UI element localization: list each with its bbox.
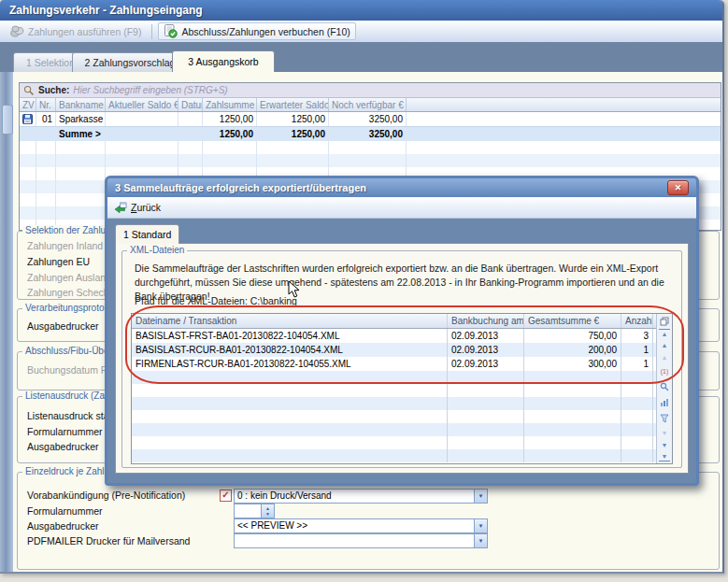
dialog-title: 3 Sammelaufträge erfolgreich exportiert/… bbox=[115, 182, 366, 193]
xml-dateien-title: XML-Dateien bbox=[127, 245, 187, 255]
col-aktueller-saldo[interactable]: Aktueller Saldo € bbox=[106, 98, 178, 111]
copy-icon[interactable] bbox=[659, 316, 670, 326]
chart-icon[interactable] bbox=[659, 397, 670, 407]
tab-strip: 1 Selektion 2 Zahlungsvorschlag 3 Ausgan… bbox=[0, 42, 722, 72]
cell-file: BASISLAST-FRST-BA01-20130822-104054.XML bbox=[132, 329, 448, 343]
cell-nr: 01 bbox=[36, 112, 56, 126]
dialog-titlebar: 3 Sammelaufträge erfolgreich exportiert/… bbox=[107, 178, 696, 197]
empty-row bbox=[20, 141, 721, 154]
record-indicator: (1) bbox=[659, 366, 670, 376]
col-zahlsumme[interactable]: Zahlsumme € bbox=[203, 98, 257, 111]
col-datum[interactable]: Datum bbox=[178, 98, 203, 111]
tab-zahlungsvorschlag[interactable]: 2 Zahlungsvorschlag bbox=[72, 52, 188, 72]
search-placeholder: Hier Suchbegriff eingeben (STRG+S) bbox=[73, 85, 227, 95]
bank-table-header[interactable]: ZV Nr. Bankname Aktueller Saldo € Datum … bbox=[20, 98, 721, 112]
cell-total: 200,00 bbox=[524, 343, 621, 357]
col-bankname[interactable]: Bankname bbox=[56, 98, 106, 111]
dialog-toolbar: Zurück bbox=[107, 197, 696, 219]
file-row[interactable]: FIRMENLAST-RCUR-BA01-20130822-104055.XML… bbox=[132, 357, 672, 371]
col-zv[interactable]: ZV bbox=[20, 98, 36, 111]
cell-count: 1 bbox=[621, 343, 653, 357]
col-anzahl[interactable]: Anzahl bbox=[621, 314, 653, 328]
scrollbar-thumb[interactable] bbox=[2, 105, 13, 135]
empty-row bbox=[132, 397, 672, 410]
dialog-content-panel: XML-Dateien Die Sammelaufträge der Lasts… bbox=[115, 243, 689, 474]
filter-icon[interactable] bbox=[659, 413, 670, 423]
table-side-toolbar: ▲ ▲ ▲ (1) bbox=[656, 314, 672, 463]
prenotify-dropdown[interactable]: 0 : kein Druck/Versand ▼ bbox=[234, 489, 488, 504]
chevron-down-icon[interactable]: ▼ bbox=[474, 490, 487, 503]
close-icon[interactable]: ✕ bbox=[667, 180, 689, 195]
cell-count: 1 bbox=[621, 357, 653, 371]
post-payments-button[interactable]: Abschluss/Zahlungen verbuchen (F10) bbox=[158, 22, 355, 40]
group-einzeldruck: Einzeldruck je Zahlung Vorabankündigung … bbox=[17, 472, 720, 570]
cell-total: 750,00 bbox=[524, 329, 621, 343]
cell-bankname: Sparkasse bbox=[56, 112, 106, 126]
search-bar[interactable]: Suche: Hier Suchbegriff eingeben (STRG+S… bbox=[20, 83, 721, 98]
save-icon bbox=[20, 112, 36, 126]
search-icon[interactable] bbox=[659, 381, 670, 391]
spinner-arrows-icon[interactable]: ▲▼ bbox=[261, 504, 274, 518]
scroll-up-icon[interactable]: ▲ bbox=[659, 340, 670, 350]
cell-booked: 02.09.2013 bbox=[448, 357, 524, 371]
app-window: Zahlungsverkehr - Zahlungseingang Zahlun… bbox=[0, 0, 724, 574]
post-payments-label: Abschluss/Zahlungen verbuchen (F10) bbox=[181, 26, 350, 37]
page-down-icon[interactable]: ▼ bbox=[659, 428, 670, 438]
col-dateiname[interactable]: Dateiname / Transaktion bbox=[132, 314, 448, 328]
scroll-down-icon[interactable]: ▼ bbox=[659, 440, 670, 450]
pdfmailer-dropdown[interactable]: ▼ bbox=[234, 533, 488, 548]
ausgabedrucker-dropdown[interactable]: << PREVIEW >> ▼ bbox=[234, 518, 488, 533]
field-zahlungen-schecks: Zahlungen Schecke bbox=[27, 287, 114, 298]
cell-summe-noch-verfuegbar: 3250,00 bbox=[329, 127, 407, 141]
prenotify-checkbox[interactable]: ✓ bbox=[220, 490, 232, 502]
tab-ausgangskorb[interactable]: 3 Ausgangskorb bbox=[172, 50, 275, 72]
empty-row bbox=[132, 384, 672, 397]
col-nr[interactable]: Nr. bbox=[36, 98, 56, 111]
page-up-icon[interactable]: ▲ bbox=[659, 352, 670, 362]
chevron-down-icon[interactable]: ▼ bbox=[474, 519, 487, 532]
cell-zahlsumme: 1250,00 bbox=[203, 112, 257, 126]
bank-row-sparkasse[interactable]: 01 Sparkasse 1250,00 1250,00 3250,00 bbox=[20, 112, 721, 126]
search-label: Suche: bbox=[38, 85, 69, 95]
export-dialog: 3 Sammelaufträge erfolgreich exportiert/… bbox=[105, 176, 699, 486]
check-document-icon bbox=[164, 24, 178, 38]
content-area: Suche: Hier Suchbegriff eingeben (STRG+S… bbox=[0, 72, 722, 572]
bank-summary-row: Summe > 1250,00 1250,00 3250,00 bbox=[20, 126, 721, 141]
field-formularnummer-liste: Formularnummer bbox=[27, 426, 103, 437]
money-icon bbox=[10, 25, 24, 37]
cell-booked: 02.09.2013 bbox=[448, 343, 524, 357]
back-button[interactable]: Zurück bbox=[114, 202, 161, 214]
scroll-bottom-icon[interactable]: ▼ bbox=[659, 452, 670, 461]
execute-payments-button[interactable]: Zahlungen ausführen (F9) bbox=[6, 24, 146, 38]
tab-standard[interactable]: 1 Standard bbox=[115, 224, 179, 244]
cell-summe-label: Summe > bbox=[56, 127, 106, 141]
empty-row bbox=[132, 449, 672, 462]
file-row[interactable]: BASISLAST-FRST-BA01-20130822-104054.XML … bbox=[132, 329, 672, 343]
ausgabedrucker-value: << PREVIEW >> bbox=[235, 519, 474, 532]
chevron-down-icon[interactable]: ▼ bbox=[474, 534, 487, 547]
xml-dateien-group: XML-Dateien Die Sammelaufträge der Lasts… bbox=[121, 250, 682, 468]
cell-count: 3 bbox=[621, 329, 653, 343]
window-title: Zahlungsverkehr - Zahlungseingang bbox=[9, 4, 203, 17]
back-icon bbox=[114, 202, 127, 214]
left-scrollbar[interactable] bbox=[0, 72, 13, 572]
col-noch-verfuegbar[interactable]: Noch verfügbar € bbox=[329, 98, 407, 111]
cell-booked: 02.09.2013 bbox=[448, 329, 524, 343]
empty-row bbox=[132, 423, 672, 436]
cell-noch-verfuegbar: 3250,00 bbox=[329, 112, 407, 126]
cell-summe-erwarteter-saldo: 1250,00 bbox=[257, 127, 329, 141]
cell-file: FIRMENLAST-RCUR-BA01-20130822-104055.XML bbox=[132, 357, 448, 371]
file-row[interactable]: BASISLAST-RCUR-BA01-20130822-104054.XML … bbox=[132, 343, 672, 357]
col-erwarteter-saldo[interactable]: Erwarteter Saldo € bbox=[257, 98, 329, 111]
toolbar-separator bbox=[151, 24, 152, 39]
files-table-header[interactable]: Dateiname / Transaktion Bankbuchung am G… bbox=[132, 314, 672, 329]
col-gesamtsumme[interactable]: Gesamtsumme € bbox=[524, 314, 621, 328]
formularnummer-spinner[interactable]: ▲▼ bbox=[234, 504, 275, 518]
search-icon bbox=[23, 85, 35, 96]
cell-file: BASISLAST-RCUR-BA01-20130822-104054.XML bbox=[132, 343, 448, 357]
field-zahlungen-inland: Zahlungen Inland bbox=[27, 240, 103, 251]
col-bankbuchung[interactable]: Bankbuchung am bbox=[448, 314, 524, 328]
scroll-top-icon[interactable]: ▲ bbox=[659, 329, 670, 338]
field-ausgabedrucker-liste: Ausgabedrucker bbox=[27, 441, 98, 452]
window-titlebar: Zahlungsverkehr - Zahlungseingang bbox=[0, 0, 722, 21]
